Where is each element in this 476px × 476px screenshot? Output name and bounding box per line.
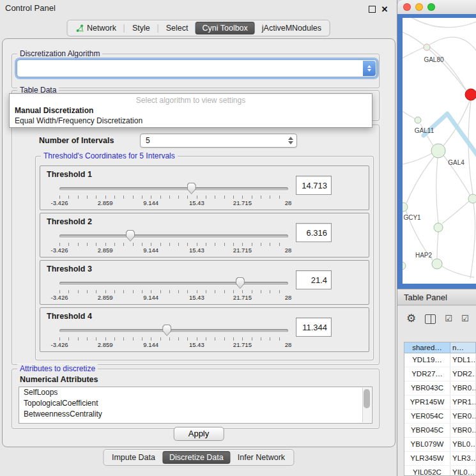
network-edge[interactable]: [406, 156, 434, 203]
close-traffic-light-icon[interactable]: [403, 3, 411, 11]
network-node[interactable]: [465, 89, 476, 100]
network-canvas[interactable]: GAL80GAL11GAL4GCY1HAP2: [403, 18, 476, 284]
table-panel-body: ⚙ ☑ ☑ shared…n… YDL19…YDL1…YDR27…YDR2…YB…: [397, 306, 476, 476]
table-cell: YIL0…: [450, 466, 476, 476]
table-row[interactable]: YBL079WYBL0…: [404, 438, 476, 452]
network-node-label: GAL80: [424, 56, 444, 63]
close-icon[interactable]: ✕: [380, 4, 389, 13]
threshold-slider[interactable]: [59, 183, 288, 194]
apply-button[interactable]: Apply: [174, 427, 224, 441]
table-row[interactable]: YBR045CYBR0…: [404, 424, 476, 438]
slider-scale: -3.4262.8599.14415.4321.71528: [59, 294, 288, 302]
tab-infer-network[interactable]: Infer Network: [231, 451, 292, 464]
network-node[interactable]: [434, 223, 443, 232]
threshold-value-field[interactable]: 11.344: [296, 318, 332, 337]
network-node[interactable]: [403, 262, 406, 270]
scale-label: 15.43: [189, 294, 204, 301]
threshold-value-field[interactable]: 14.713: [296, 176, 332, 195]
slider-ticks: [59, 196, 288, 199]
tab-jactivemnodules[interactable]: jActiveMNodules: [255, 22, 328, 35]
slider-thumb-face: [127, 231, 134, 241]
network-edge[interactable]: [437, 232, 438, 259]
network-edge[interactable]: [429, 37, 476, 51]
float-window-icon[interactable]: [367, 4, 376, 13]
attribute-list-item[interactable]: TopologicalCoefficient: [19, 398, 372, 409]
scale-label: 21.715: [233, 199, 252, 206]
table-cell: YER0…: [450, 410, 476, 423]
list-scrollbar[interactable]: [362, 388, 371, 422]
threshold-value-field[interactable]: 21.4: [296, 270, 332, 289]
network-edge[interactable]: [442, 201, 469, 224]
slider-thumb[interactable]: [236, 277, 245, 289]
network-node[interactable]: [403, 203, 408, 211]
network-edge[interactable]: [441, 266, 474, 277]
tab-network[interactable]: Network: [68, 22, 123, 35]
table-row[interactable]: YDR27…YDR2…: [404, 367, 476, 381]
table-row[interactable]: YBR043CYBR0…: [404, 381, 476, 395]
network-edge[interactable]: [408, 18, 476, 27]
table-row[interactable]: YER054CYER0…: [404, 410, 476, 424]
slider-thumb[interactable]: [162, 325, 171, 336]
table-row[interactable]: YDL19…YDL1…: [404, 353, 476, 367]
dropdown-option-manual-discretization[interactable]: Manual Discretization: [10, 105, 372, 116]
tab-impute-data[interactable]: Impute Data: [105, 451, 162, 464]
table-row[interactable]: YLR345WYLR3…: [404, 452, 476, 466]
network-edge[interactable]: [436, 158, 438, 223]
network-node[interactable]: [424, 44, 430, 50]
gear-icon[interactable]: ⚙: [406, 312, 416, 325]
minimize-traffic-light-icon[interactable]: [415, 3, 423, 11]
select-all-icon[interactable]: ☑: [445, 314, 452, 324]
scale-label: -3.426: [51, 199, 68, 206]
algorithm-dropdown-popup: Select algorithm to view settings Manual…: [9, 93, 372, 128]
network-node[interactable]: [431, 144, 445, 158]
tab-label: Style: [132, 22, 150, 35]
network-edge[interactable]: [428, 46, 466, 91]
network-node[interactable]: [432, 259, 442, 269]
tab-cyni-toolbox[interactable]: Cyni Toolbox: [195, 22, 254, 35]
zoom-traffic-light-icon[interactable]: [427, 3, 435, 11]
table-row[interactable]: YIL052CYIL0…: [404, 466, 476, 476]
tab-select[interactable]: Select: [159, 22, 196, 35]
threshold-slider[interactable]: [59, 277, 288, 289]
dropdown-option-equal-width-frequency[interactable]: Equal Width/Frequency Discretization: [10, 116, 372, 126]
interval-definition-group: Interval Definition Number of Intervals …: [12, 125, 380, 365]
table-cell: YPR145W: [404, 395, 450, 409]
table-row[interactable]: YPR145WYPR1…: [404, 395, 476, 410]
table-rows: YDL19…YDL1…YDR27…YDR2…YBR043CYBR0…YPR145…: [404, 353, 476, 476]
select-rows-icon[interactable]: ☑: [461, 314, 469, 324]
tab-separator: [124, 24, 125, 33]
scale-label: 28: [285, 341, 292, 348]
column-header-2[interactable]: n…: [450, 342, 476, 353]
number-of-intervals-value: 5: [146, 136, 150, 145]
network-edge[interactable]: [403, 153, 432, 165]
attribute-list-item[interactable]: SelfLoops: [19, 387, 372, 398]
column-selector-icon[interactable]: [425, 314, 436, 324]
network-node[interactable]: [415, 117, 421, 123]
algorithm-combobox[interactable]: [17, 59, 377, 77]
threshold-label: Threshold 2: [47, 217, 92, 226]
panel-title: Control Panel: [5, 3, 56, 13]
threshold-slider[interactable]: [59, 325, 288, 336]
table-cell: YBR0…: [450, 424, 476, 437]
table-cell: YPR1…: [450, 395, 476, 409]
attribute-list-item[interactable]: BetweennessCentrality: [19, 409, 372, 420]
scrollbar-thumb[interactable]: [364, 389, 370, 408]
network-edge[interactable]: [403, 109, 415, 119]
threshold-value-field[interactable]: 6.316: [296, 223, 332, 242]
threshold-panel: Threshold 4-3.4262.8599.14415.4321.71528…: [40, 307, 369, 352]
column-header-1[interactable]: shared…: [404, 342, 450, 353]
tab-discretize-data[interactable]: Discretize Data: [162, 451, 231, 464]
slider-thumb[interactable]: [126, 230, 135, 242]
tab-style[interactable]: Style: [125, 22, 157, 35]
table-cell: YBR045C: [404, 424, 450, 437]
numerical-attributes-label: Numerical Attributes: [20, 375, 98, 384]
number-of-intervals-combobox[interactable]: 5: [140, 134, 297, 148]
slider-thumb[interactable]: [187, 183, 196, 194]
scale-label: 2.859: [98, 341, 113, 348]
tab-label: Impute Data: [112, 451, 155, 464]
scale-label: 9.144: [143, 341, 158, 348]
threshold-slider[interactable]: [59, 230, 288, 242]
network-node[interactable]: [468, 194, 476, 203]
network-edge[interactable]: [403, 47, 424, 60]
network-edge[interactable]: [470, 203, 475, 279]
